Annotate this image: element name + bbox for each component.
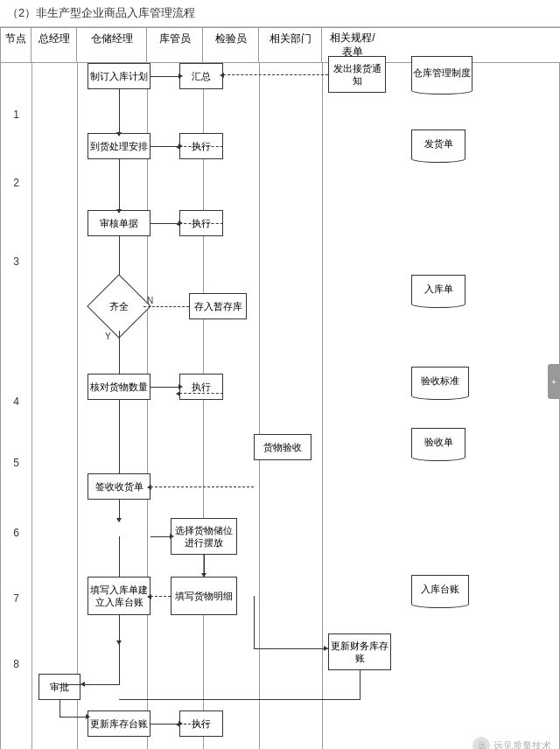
col-header-keeper: 库管员	[147, 28, 203, 62]
watermark: 远 远见质量技术	[472, 737, 551, 749]
col-docs	[323, 63, 384, 749]
sidebar-expand-handle[interactable]: +	[548, 364, 560, 399]
col-dept	[260, 63, 323, 749]
row-5: 5	[1, 457, 32, 469]
row-7: 7	[1, 592, 32, 605]
col-header-docs: 相关规程/表单	[322, 28, 383, 62]
row-1: 1	[1, 108, 32, 121]
watermark-text: 远见质量技术	[494, 739, 551, 749]
row-6: 6	[1, 527, 32, 539]
col-keeper	[148, 63, 204, 749]
col-inspector	[204, 63, 260, 749]
col-header-node: 节点	[0, 28, 32, 62]
col-warehouse-mgr	[78, 63, 148, 749]
col-header-inspector: 检验员	[203, 28, 259, 62]
col-header-dept: 相关部门	[259, 28, 322, 62]
col-node: 1 2 3 4 5 6 7 8	[1, 63, 32, 749]
col-header-warehouse-mgr: 仓储经理	[77, 28, 147, 62]
table-header: 节点 总经理 仓储经理 库管员 检验员 相关部门 相关规程/表单	[0, 27, 560, 63]
col-gm	[32, 63, 78, 749]
page-title: （2）非生产型企业商品入库管理流程	[0, 0, 560, 27]
row-2: 2	[1, 177, 32, 189]
flowchart-area: 1 2 3 4 5 6 7 8	[0, 63, 560, 749]
watermark-icon: 远	[472, 737, 490, 749]
row-8: 8	[1, 658, 32, 670]
row-3: 3	[1, 256, 32, 268]
col-header-gm: 总经理	[32, 28, 77, 62]
row-4: 4	[1, 396, 32, 408]
